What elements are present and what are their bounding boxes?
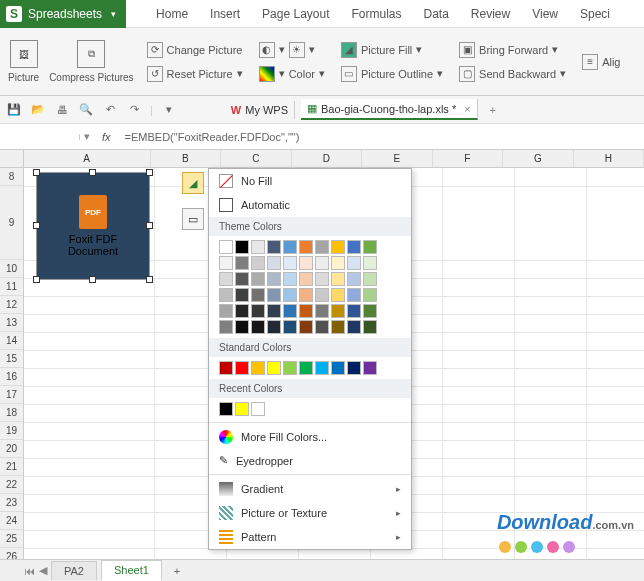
col-header[interactable]: C [221,150,291,167]
color-swatch[interactable] [315,320,329,334]
color-swatch[interactable] [235,402,249,416]
reset-picture-button[interactable]: ↺Reset Picture ▾ [144,64,246,84]
row-header[interactable]: 24 [0,512,23,530]
color-swatch[interactable] [235,256,249,270]
color-swatch[interactable] [235,320,249,334]
change-picture-button[interactable]: ⟳Change Picture [144,40,246,60]
picture-button[interactable]: 🖼 Picture [8,40,39,83]
color-swatch[interactable] [235,304,249,318]
row-header[interactable]: 10 [0,260,23,278]
automatic-option[interactable]: Automatic [209,193,411,217]
color-swatch[interactable] [347,256,361,270]
tab-data[interactable]: Data [424,7,449,21]
bring-forward-button[interactable]: ▣Bring Forward ▾ [456,40,569,60]
color-swatch[interactable] [363,361,377,375]
color-swatch[interactable] [219,320,233,334]
color-swatch[interactable] [347,272,361,286]
color-swatch[interactable] [219,288,233,302]
color-swatch[interactable] [315,288,329,302]
row-header[interactable]: 25 [0,530,23,548]
tab-nav-first-icon[interactable]: ⏮ [24,565,35,577]
resize-handle[interactable] [89,276,96,283]
color-swatch[interactable] [267,240,281,254]
gradient-option[interactable]: Gradient▸ [209,477,411,501]
sheet-tab-active[interactable]: Sheet1 [101,560,162,581]
compress-pictures-button[interactable]: ⧉ Compress Pictures [49,40,133,83]
row-header[interactable]: 23 [0,494,23,512]
tab-special[interactable]: Speci [580,7,610,21]
select-all-corner[interactable] [0,150,24,167]
tab-formulas[interactable]: Formulas [351,7,401,21]
color-swatch[interactable] [283,361,297,375]
row-header[interactable]: 13 [0,314,23,332]
color-swatch[interactable] [315,361,329,375]
col-header[interactable]: A [24,150,151,167]
send-backward-button[interactable]: ▢Send Backward ▾ [456,64,569,84]
color-swatch[interactable] [315,304,329,318]
eyedropper-option[interactable]: ✎Eyedropper [209,449,411,472]
tab-home[interactable]: Home [156,7,188,21]
color-swatch[interactable] [331,256,345,270]
color-swatch[interactable] [299,288,313,302]
align-button[interactable]: ≡Alig [579,52,623,72]
color-swatch[interactable] [331,288,345,302]
color-swatch[interactable] [219,256,233,270]
resize-handle[interactable] [33,169,40,176]
row-header[interactable]: 12 [0,296,23,314]
resize-handle[interactable] [33,222,40,229]
row-header[interactable]: 19 [0,422,23,440]
row-header[interactable]: 22 [0,476,23,494]
color-button[interactable]: ▾ Color ▾ [256,64,328,84]
color-swatch[interactable] [331,240,345,254]
fill-tool-button[interactable]: ◢ [182,172,204,194]
add-tab-button[interactable]: + [484,104,502,116]
pattern-option[interactable]: Pattern▸ [209,525,411,549]
tab-document[interactable]: ▦Bao-gia-Cuong-tho-lap.xls *× [301,99,478,120]
tab-my-wps[interactable]: WMy WPS [225,101,295,119]
color-swatch[interactable] [363,288,377,302]
row-header[interactable]: 14 [0,332,23,350]
chevron-down-icon[interactable]: ▾ [161,102,177,118]
col-header[interactable]: F [433,150,503,167]
color-swatch[interactable] [267,320,281,334]
color-swatch[interactable] [299,256,313,270]
color-swatch[interactable] [331,320,345,334]
picture-fill-button[interactable]: ◢Picture Fill ▾ [338,40,446,60]
row-header[interactable]: 8 [0,168,23,186]
color-swatch[interactable] [251,272,265,286]
tab-view[interactable]: View [532,7,558,21]
sheet-tab[interactable]: PA2 [51,561,97,580]
color-swatch[interactable] [235,361,249,375]
color-swatch[interactable] [283,288,297,302]
row-header[interactable]: 21 [0,458,23,476]
col-header[interactable]: E [362,150,432,167]
tab-review[interactable]: Review [471,7,510,21]
color-swatch[interactable] [235,288,249,302]
color-swatch[interactable] [251,320,265,334]
save-icon[interactable]: 💾 [6,102,22,118]
tab-nav-prev-icon[interactable]: ◀ [39,564,47,577]
col-header[interactable]: G [503,150,573,167]
color-swatch[interactable] [219,402,233,416]
app-menu-button[interactable]: S Spreadsheets ▾ [0,0,126,28]
color-swatch[interactable] [315,272,329,286]
close-icon[interactable]: × [464,103,470,115]
undo-icon[interactable]: ↶ [102,102,118,118]
row-header[interactable]: 15 [0,350,23,368]
color-swatch[interactable] [331,272,345,286]
color-swatch[interactable] [267,288,281,302]
color-swatch[interactable] [251,361,265,375]
resize-handle[interactable] [146,222,153,229]
color-swatch[interactable] [267,304,281,318]
formula-input[interactable]: =EMBED("FoxitReader.FDFDoc","") [119,128,644,146]
more-colors-option[interactable]: More Fill Colors... [209,425,411,449]
picture-texture-option[interactable]: Picture or Texture▸ [209,501,411,525]
picture-outline-button[interactable]: ▭Picture Outline ▾ [338,64,446,84]
tab-insert[interactable]: Insert [210,7,240,21]
color-swatch[interactable] [267,256,281,270]
color-swatch[interactable] [315,256,329,270]
color-swatch[interactable] [283,320,297,334]
color-swatch[interactable] [315,240,329,254]
color-swatch[interactable] [251,240,265,254]
color-swatch[interactable] [347,361,361,375]
